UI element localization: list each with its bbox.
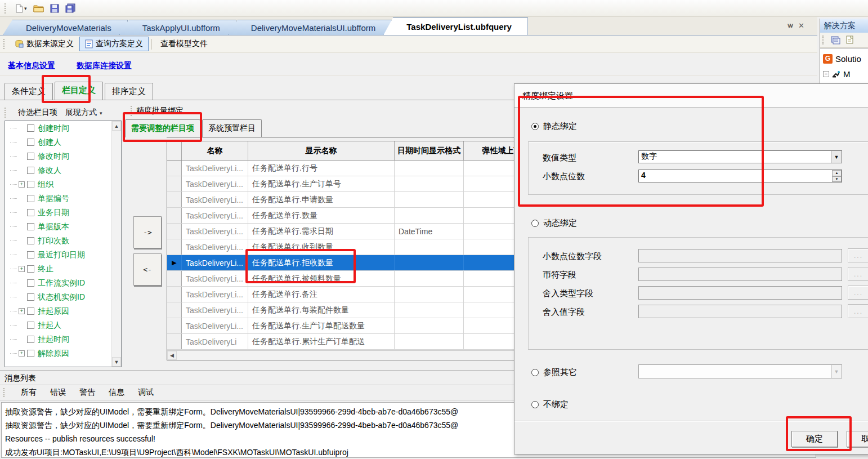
cell-name[interactable]: TaskDeliveryLi... xyxy=(182,302,248,318)
grid-row[interactable]: ▶ TaskDeliveryLi... 任务配送单行.被领料数量 xyxy=(167,271,549,287)
cell-display-name[interactable]: 任务配送单行.需求日期 xyxy=(248,224,395,239)
round-value-field-input[interactable] xyxy=(638,305,842,318)
row-selector-cell[interactable]: ▶ xyxy=(167,239,182,255)
solution-root-item[interactable]: G Solutio xyxy=(823,51,868,66)
checkbox[interactable] xyxy=(27,265,34,273)
scroll-down-icon[interactable]: ▼ xyxy=(112,357,121,367)
radio-checked-icon[interactable] xyxy=(531,123,539,130)
checkbox[interactable] xyxy=(27,209,34,216)
decimal-places-spinner[interactable]: 4 ▲▼ xyxy=(638,170,842,182)
static-binding-radio[interactable]: 静态绑定 xyxy=(531,121,577,132)
grid-header-name[interactable]: 名称 xyxy=(182,141,248,160)
currency-field-input[interactable] xyxy=(638,268,842,281)
tree-item[interactable]: + 挂起人 xyxy=(5,318,121,332)
spin-down-icon[interactable]: ▼ xyxy=(832,176,842,182)
tree-item[interactable]: + 终止 xyxy=(5,262,121,276)
round-value-field-browse-button[interactable]: ... xyxy=(848,304,868,318)
checkbox[interactable] xyxy=(27,181,34,188)
checkbox[interactable] xyxy=(27,279,34,287)
tree-item[interactable]: + 解除原因 xyxy=(5,346,121,360)
checkbox[interactable] xyxy=(27,139,34,146)
basic-info-settings-link[interactable]: 基本信息设置 xyxy=(8,61,55,71)
grid-header-display[interactable]: 显示名称 xyxy=(248,141,395,160)
round-type-field-browse-button[interactable]: ... xyxy=(848,286,868,300)
tree-item[interactable]: + 状态机实例ID xyxy=(5,290,121,304)
checkbox[interactable] xyxy=(27,350,34,357)
chevron-down-icon[interactable]: ▼ xyxy=(831,151,842,163)
expand-icon[interactable]: + xyxy=(19,266,25,272)
document-tab[interactable]: TaskApplyUI.ubfform xyxy=(119,20,236,35)
cell-display-name[interactable]: 任务配送单行.申请数量 xyxy=(248,192,395,207)
currency-field-browse-button[interactable]: ... xyxy=(848,267,868,281)
solution-project-item[interactable]: − M xyxy=(823,66,868,82)
tree-item[interactable]: + 工作流实例ID xyxy=(5,276,121,290)
cell-display-name[interactable]: 任务配送单行.拒收数量 xyxy=(248,255,395,270)
tree-item[interactable]: + 最近打印日期 xyxy=(5,248,121,262)
cell-datetime-format[interactable] xyxy=(395,239,464,255)
definition-tab[interactable]: 排序定义 xyxy=(105,83,153,100)
no-binding-radio[interactable]: 不绑定 xyxy=(531,399,569,410)
checkbox[interactable] xyxy=(27,293,34,301)
row-selector-cell[interactable]: ▶ xyxy=(167,161,182,176)
collapse-icon[interactable]: − xyxy=(823,71,829,77)
cell-name[interactable]: TaskDeliveryLi... xyxy=(182,271,248,286)
definition-tab[interactable]: 栏目定义 xyxy=(55,82,103,100)
grid-horizontal-scrollbar[interactable]: ◀ xyxy=(167,350,549,360)
message-filter-button[interactable]: 警告 xyxy=(79,387,95,398)
cell-display-name[interactable]: 任务配送单行.行号 xyxy=(248,161,395,176)
cell-display-name[interactable]: 任务配送单行.数量 xyxy=(248,208,395,223)
grid-row[interactable]: ▶ TaskDeliveryLi... 任务配送单行.行号 xyxy=(167,161,549,176)
queryplan-definition-button[interactable]: 查询方案定义 xyxy=(79,37,149,51)
cell-datetime-format[interactable] xyxy=(395,161,464,176)
row-selector-cell[interactable]: ▶ xyxy=(167,334,182,349)
cell-datetime-format[interactable] xyxy=(395,255,464,270)
tree-item[interactable]: + 创建人 xyxy=(5,135,121,149)
reference-other-radio[interactable]: 参照其它 xyxy=(531,367,577,378)
dynamic-binding-radio[interactable]: 动态绑定 xyxy=(531,218,577,229)
tree-item[interactable]: + 业务日期 xyxy=(5,206,121,220)
grid-row[interactable]: ▶ TaskDeliveryLi... 任务配送单行.生产订单号 xyxy=(167,176,549,192)
grid-row[interactable]: ▶ TaskDeliveryLi... 任务配送单行.备注 xyxy=(167,287,549,302)
refresh-document-icon[interactable] xyxy=(845,35,854,44)
row-selector-cell[interactable]: ▶ xyxy=(167,302,182,318)
row-selector-cell[interactable]: ▶ xyxy=(167,176,182,191)
open-button[interactable] xyxy=(32,2,46,15)
cell-display-name[interactable]: 任务配送单行.收到数量 xyxy=(248,239,395,255)
cell-name[interactable]: TaskDeliveryLi... xyxy=(182,224,248,239)
radio-icon[interactable] xyxy=(531,220,539,227)
tree-item[interactable]: + 单据编号 xyxy=(5,191,121,206)
tree-item[interactable]: + 挂起时间 xyxy=(5,332,121,346)
checkbox[interactable] xyxy=(27,124,34,132)
checkbox[interactable] xyxy=(27,336,34,343)
cell-datetime-format[interactable] xyxy=(395,192,464,207)
checkbox[interactable] xyxy=(27,167,34,174)
cell-name[interactable]: TaskDeliveryLi... xyxy=(182,287,248,302)
tree-item[interactable]: + 修改人 xyxy=(5,163,121,177)
column-grid-tab[interactable]: 系统预置栏目 xyxy=(202,119,262,137)
cell-datetime-format[interactable] xyxy=(395,271,464,286)
checkbox[interactable] xyxy=(27,237,34,244)
document-tab[interactable]: DeliveryMoveMaterialsUI.ubfform xyxy=(228,20,392,35)
tree-item[interactable]: + 创建时间 xyxy=(5,121,121,135)
grid-row[interactable]: ▶ TaskDeliveryLi... 任务配送单行.每装配件数量 xyxy=(167,302,549,318)
tree-item[interactable]: + 组织 xyxy=(5,177,121,191)
grid-row[interactable]: ▶ TaskDeliveryLi... 任务配送单行.数量 xyxy=(167,208,549,224)
row-selector-cell[interactable]: ▶ xyxy=(167,208,182,223)
checkbox[interactable] xyxy=(27,195,34,202)
cell-display-name[interactable]: 任务配送单行.每装配件数量 xyxy=(248,302,395,318)
collapse-panel-icon[interactable]: ∨∨ xyxy=(787,22,791,29)
tree-item[interactable]: + 打印次数 xyxy=(5,234,121,248)
cell-name[interactable]: TaskDeliveryLi... xyxy=(182,208,248,223)
row-selector-cell[interactable]: ▶ xyxy=(167,271,182,286)
cell-name[interactable]: TaskDeliveryLi... xyxy=(182,192,248,207)
cancel-button[interactable]: 取消 xyxy=(847,431,868,447)
message-filter-button[interactable]: 所有 xyxy=(21,387,37,398)
checkbox[interactable] xyxy=(27,251,34,259)
cell-datetime-format[interactable] xyxy=(395,318,464,333)
precision-batch-bind-button[interactable]: 精度批量绑定 xyxy=(136,106,184,116)
save-button[interactable] xyxy=(48,2,61,15)
display-mode-dropdown[interactable]: 展现方式 ▾ xyxy=(65,108,102,118)
close-tab-icon[interactable]: ✕ xyxy=(798,21,804,30)
row-selector-cell[interactable]: ▶ xyxy=(167,287,182,302)
move-right-button[interactable]: -> xyxy=(133,216,162,248)
